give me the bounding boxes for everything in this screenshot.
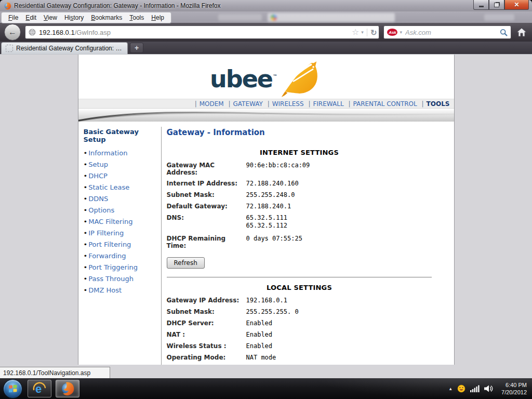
- restore-button[interactable]: [489, 0, 504, 10]
- nav-separator: |: [422, 100, 424, 108]
- windows-flag-icon: [8, 384, 18, 393]
- site-nav-item[interactable]: |FIREWALL: [305, 100, 343, 108]
- back-button[interactable]: ←: [4, 24, 21, 41]
- restore-icon: [494, 3, 499, 7]
- background-window-blur: [218, 14, 262, 21]
- firefox-icon: [60, 381, 75, 396]
- taskbar-ie-button[interactable]: e: [28, 380, 51, 397]
- setting-label: DHCP Remaining Time:: [167, 235, 246, 249]
- sidebar-item[interactable]: •Pass Through: [84, 273, 161, 285]
- sidebar-item[interactable]: •Static Lease: [84, 182, 161, 193]
- settings-row: Subnet Mask: 255.255.248.0: [167, 191, 432, 199]
- url-bar[interactable]: 192.168.0.1/GwInfo.asp ☆ ▾ ↻: [25, 25, 379, 39]
- menu-item[interactable]: Tools: [126, 14, 148, 21]
- menu-item[interactable]: Edit: [22, 14, 40, 21]
- sidebar-item[interactable]: •Information: [84, 148, 161, 159]
- swoosh-banner: [78, 108, 454, 122]
- site-nav-item[interactable]: |GATEWAY: [225, 100, 262, 108]
- menu-item[interactable]: Help: [148, 14, 168, 21]
- setting-label: Default Gateway:: [167, 203, 246, 210]
- reload-icon[interactable]: ↻: [367, 29, 377, 36]
- sidebar-item[interactable]: •DHCP: [84, 170, 161, 182]
- setting-value: Enabled: [246, 320, 273, 327]
- setting-value: 255.255.248.0: [246, 191, 295, 199]
- site-nav-item[interactable]: |MODEM: [192, 100, 224, 108]
- minimize-button[interactable]: [473, 0, 489, 10]
- home-button[interactable]: [515, 28, 528, 37]
- setting-value: 72.188.240.1: [246, 203, 291, 210]
- setting-value: Enabled: [246, 342, 273, 350]
- favicon-placeholder-icon: [6, 45, 13, 52]
- bookmark-caret-icon[interactable]: ▾: [361, 30, 364, 35]
- tray-expand-icon[interactable]: ▲: [448, 387, 453, 391]
- settings-row: Default Gateway: 72.188.240.1: [167, 203, 432, 210]
- trademark-symbol: ™: [273, 74, 276, 79]
- section-divider: [167, 277, 432, 277]
- search-box[interactable]: Ask ▾: [383, 25, 511, 39]
- sidebar-item[interactable]: •Port Triggering: [84, 262, 161, 273]
- bullet-icon: •: [84, 206, 88, 214]
- active-tab[interactable]: Residential Gateway Configuration: Gate.…: [1, 42, 128, 54]
- menu-item[interactable]: Bookmarks: [87, 14, 126, 21]
- sidebar-item[interactable]: •MAC Filtering: [84, 216, 161, 228]
- network-signal-icon[interactable]: [470, 385, 480, 392]
- internet-settings-table: Gateway MAC Address: 90:6e:bb:c8:ca:09 I…: [167, 162, 432, 249]
- settings-row: NAT : Enabled: [167, 331, 432, 339]
- setting-value: 65.32.5.11165.32.5.112: [246, 214, 287, 230]
- bullet-icon: •: [84, 161, 88, 168]
- setting-value: 255.255.255. 0: [246, 308, 299, 316]
- bullet-icon: •: [84, 252, 88, 260]
- sidebar-item[interactable]: •Options: [84, 205, 161, 216]
- sidebar-item[interactable]: •DDNS: [84, 193, 161, 205]
- close-button[interactable]: ✕: [504, 0, 529, 10]
- background-window-blur: [484, 14, 514, 21]
- messenger-smiley-icon[interactable]: [457, 384, 466, 393]
- system-tray: ▲ 6:40 PM 7/20/2012: [448, 381, 532, 396]
- search-input[interactable]: [404, 28, 498, 37]
- ubee-fish-logo-icon: [281, 60, 322, 98]
- bullet-icon: •: [84, 172, 88, 180]
- menu-item[interactable]: File: [5, 14, 22, 21]
- internet-settings-title: INTERNET SETTINGS: [167, 149, 432, 156]
- menu-item[interactable]: History: [61, 14, 87, 21]
- sidebar-item[interactable]: •Setup: [84, 159, 161, 170]
- internet-explorer-icon: e: [32, 381, 47, 396]
- new-tab-button[interactable]: +: [130, 43, 143, 53]
- site-nav: |MODEM |GATEWAY |WIRELESS |FIREWALL |PAR…: [78, 99, 454, 108]
- taskbar-clock[interactable]: 6:40 PM 7/20/2012: [498, 381, 527, 396]
- minimize-icon: [479, 6, 484, 7]
- bullet-icon: •: [84, 286, 88, 294]
- bullet-icon: •: [84, 275, 88, 283]
- sidebar-item[interactable]: •Port Filtering: [84, 239, 161, 250]
- speaker-icon[interactable]: [484, 385, 494, 392]
- setting-value: Enabled: [246, 331, 273, 339]
- taskbar: e ▲: [0, 378, 532, 399]
- nav-separator: |: [195, 100, 197, 108]
- bullet-icon: •: [84, 218, 88, 225]
- search-magnifier-icon[interactable]: [500, 29, 508, 36]
- taskbar-firefox-button[interactable]: [56, 380, 79, 397]
- navigation-toolbar: ← 192.168.0.1/GwInfo.asp ☆ ▾ ↻ Ask ▾: [0, 23, 532, 42]
- bullet-icon: •: [84, 263, 88, 271]
- menu-item[interactable]: View: [40, 14, 61, 21]
- url-path: /GwInfo.asp: [75, 29, 111, 36]
- ask-logo-icon[interactable]: Ask: [387, 29, 397, 36]
- setting-label: DHCP Server:: [167, 320, 246, 327]
- clock-date: 7/20/2012: [501, 389, 527, 396]
- url-host: 192.168.0.1: [39, 29, 75, 36]
- bookmark-star-icon[interactable]: ☆: [352, 28, 359, 36]
- settings-row: DHCP Server: Enabled: [167, 320, 432, 327]
- start-button[interactable]: [3, 379, 22, 398]
- search-engine-caret-icon[interactable]: ▾: [400, 30, 402, 35]
- sidebar-item[interactable]: •IP Filtering: [84, 228, 161, 239]
- sidebar-item[interactable]: •Forwarding: [84, 250, 161, 262]
- site-nav-item[interactable]: |PARENTAL CONTROL: [345, 100, 417, 108]
- site-nav-item[interactable]: |TOOLS: [419, 100, 450, 108]
- site-nav-item[interactable]: |WIRELESS: [265, 100, 304, 108]
- refresh-button[interactable]: Refresh: [167, 257, 205, 269]
- url-text[interactable]: 192.168.0.1/GwInfo.asp: [39, 29, 352, 36]
- setting-label: Subnet Mask:: [167, 308, 246, 316]
- settings-row: Gateway MAC Address: 90:6e:bb:c8:ca:09: [167, 162, 432, 176]
- sidebar-item[interactable]: •DMZ Host: [84, 285, 161, 296]
- globe-icon: [29, 29, 36, 36]
